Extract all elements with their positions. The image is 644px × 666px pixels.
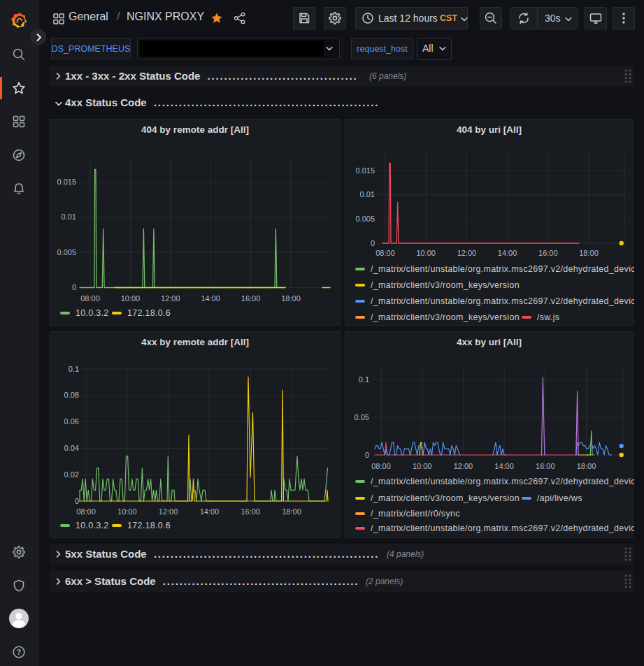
svg-text:/_matrix/client/r0/sync: /_matrix/client/r0/sync: [371, 509, 460, 519]
svg-text:0.015: 0.015: [57, 178, 76, 186]
svg-text:0.06: 0.06: [64, 417, 79, 426]
svg-text:10:00: 10:00: [416, 249, 436, 257]
svg-text:08:00: 08:00: [76, 507, 96, 516]
svg-text:0: 0: [75, 497, 79, 505]
svg-text:18:00: 18:00: [282, 507, 301, 516]
svg-text:?: ?: [17, 648, 21, 656]
svg-text:08:00: 08:00: [375, 249, 395, 257]
svg-text:172.18.0.6: 172.18.0.6: [127, 521, 171, 530]
svg-text:08:00: 08:00: [371, 462, 391, 470]
svg-text:10.0.3.2: 10.0.3.2: [76, 521, 109, 530]
svg-text:12:00: 12:00: [457, 249, 477, 257]
svg-text:0: 0: [365, 451, 369, 459]
svg-text:14:00: 14:00: [201, 294, 220, 303]
svg-text:12:00: 12:00: [159, 507, 178, 516]
svg-text:0.04: 0.04: [64, 444, 79, 452]
svg-text:0.02: 0.02: [64, 470, 79, 479]
svg-text:16:00: 16:00: [241, 507, 260, 516]
svg-text:0.01: 0.01: [62, 212, 76, 221]
svg-text:16:00: 16:00: [538, 249, 558, 257]
svg-text:/api/live/ws: /api/live/ws: [537, 493, 582, 503]
svg-text:12:00: 12:00: [454, 462, 473, 470]
svg-text:14:00: 14:00: [494, 462, 514, 470]
svg-text:/_matrix/client/v3/room_keys/v: /_matrix/client/v3/room_keys/version: [371, 493, 520, 503]
svg-text:0.005: 0.005: [57, 248, 76, 256]
svg-text:10:00: 10:00: [413, 462, 432, 470]
svg-text:16:00: 16:00: [241, 294, 261, 303]
svg-text:16:00: 16:00: [536, 462, 555, 470]
svg-text:/_matrix/client/unstable/org.m: /_matrix/client/unstable/org.matrix.msc2…: [371, 477, 634, 486]
svg-text:/_matrix/client/v3/room_keys/v: /_matrix/client/v3/room_keys/version: [371, 312, 520, 322]
svg-text:14:00: 14:00: [200, 507, 220, 516]
svg-text:10:00: 10:00: [121, 294, 141, 303]
svg-text:/_matrix/client/unstable/org.m: /_matrix/client/unstable/org.matrix.msc2…: [371, 296, 634, 306]
svg-text:0.015: 0.015: [355, 166, 375, 175]
svg-text:/sw.js: /sw.js: [537, 312, 559, 322]
svg-text:0.01: 0.01: [360, 190, 375, 198]
svg-text:0: 0: [371, 239, 375, 247]
svg-text:/_matrix/client/unstable/org.m: /_matrix/client/unstable/org.matrix.msc2…: [371, 523, 634, 533]
svg-text:/_matrix/client/v3/room_keys/v: /_matrix/client/v3/room_keys/version: [371, 280, 520, 290]
svg-text:12:00: 12:00: [161, 294, 180, 303]
svg-text:14:00: 14:00: [498, 249, 517, 257]
svg-text:10.0.3.2: 10.0.3.2: [76, 308, 109, 318]
svg-text:0.08: 0.08: [64, 391, 79, 399]
svg-text:08:00: 08:00: [80, 294, 100, 303]
svg-text:0: 0: [72, 283, 76, 291]
svg-text:18:00: 18:00: [579, 249, 599, 257]
svg-text:0.1: 0.1: [359, 375, 369, 384]
svg-text:10:00: 10:00: [117, 507, 137, 516]
svg-text:18:00: 18:00: [281, 294, 301, 303]
svg-text:0.05: 0.05: [355, 413, 369, 421]
svg-text:172.18.0.6: 172.18.0.6: [127, 308, 171, 318]
svg-text:/_matrix/client/unstable/org.m: /_matrix/client/unstable/org.matrix.msc2…: [371, 264, 634, 274]
svg-text:0.005: 0.005: [355, 215, 375, 223]
svg-text:18:00: 18:00: [577, 462, 596, 470]
svg-text:0.1: 0.1: [69, 365, 79, 373]
